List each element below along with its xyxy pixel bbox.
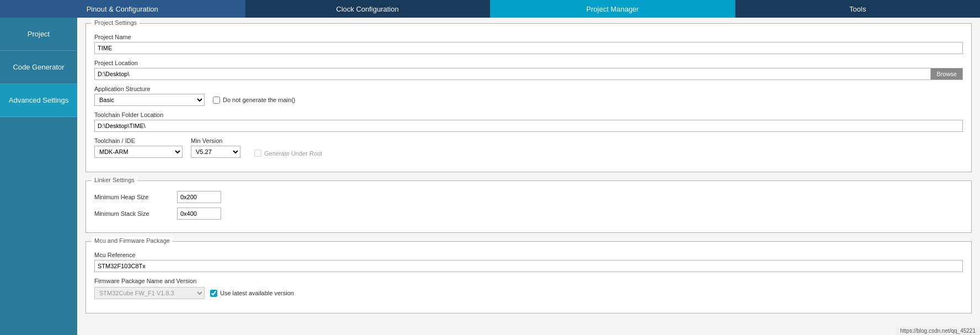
main-layout: Project Code Generator Advanced Settings… <box>0 18 980 335</box>
application-structure-select[interactable]: Basic Advanced <box>94 94 205 106</box>
toolchain-ide-controls: Toolchain / IDE MDK-ARM STM32CubeIDE Mak… <box>94 137 963 158</box>
do-not-generate-main-label[interactable]: Do not generate the main() <box>213 97 295 104</box>
tab-project-manager[interactable]: Project Manager <box>490 0 736 18</box>
use-latest-label[interactable]: Use latest available version <box>210 290 294 297</box>
application-structure-row: Application Structure Basic Advanced Do … <box>94 86 963 106</box>
tab-clock[interactable]: Clock Configuration <box>245 0 491 18</box>
do-not-generate-main-text: Do not generate the main() <box>223 97 295 103</box>
min-heap-input[interactable] <box>177 191 221 203</box>
mcu-firmware-group: Mcu and Firmware Package Mcu Reference F… <box>85 241 972 313</box>
min-stack-row: Minimum Stack Size <box>94 208 963 220</box>
min-version-select[interactable]: V5.27 V5.36 V5.38 <box>191 146 240 158</box>
top-nav: Pinout & Configuration Clock Configurati… <box>0 0 980 18</box>
toolchain-folder-input[interactable] <box>94 120 963 132</box>
toolchain-ide-row: Toolchain / IDE MDK-ARM STM32CubeIDE Mak… <box>94 137 963 158</box>
firmware-package-label: Firmware Package Name and Version <box>94 278 963 284</box>
sidebar-item-advanced-settings[interactable]: Advanced Settings <box>0 84 77 117</box>
status-bar: https://blog.csdn.net/qq_45221 <box>896 327 980 335</box>
toolchain-ide-label: Toolchain / IDE <box>94 137 183 144</box>
min-stack-input[interactable] <box>177 208 221 220</box>
app-structure-controls: Basic Advanced Do not generate the main(… <box>94 94 963 106</box>
project-location-row: Project Location Browse <box>94 60 963 80</box>
min-heap-label: Minimum Heap Size <box>94 194 172 200</box>
firmware-controls: STM32Cube FW_F1 V1.8.3 Use latest availa… <box>94 287 963 299</box>
sidebar: Project Code Generator Advanced Settings <box>0 18 77 335</box>
min-version-label: Min Version <box>191 137 240 144</box>
use-latest-checkbox[interactable] <box>210 290 217 297</box>
project-location-browse-row: Browse <box>94 68 963 80</box>
generate-under-root-label: Generate Under Root <box>254 150 322 158</box>
firmware-package-select[interactable]: STM32Cube FW_F1 V1.8.3 <box>94 287 205 299</box>
tab-pinout[interactable]: Pinout & Configuration <box>0 0 245 18</box>
sidebar-item-code-generator[interactable]: Code Generator <box>0 51 77 84</box>
generate-under-root-text: Generate Under Root <box>264 150 322 157</box>
mcu-reference-label: Mcu Reference <box>94 252 963 258</box>
do-not-generate-main-checkbox[interactable] <box>213 97 220 104</box>
mcu-firmware-title: Mcu and Firmware Package <box>92 237 173 244</box>
use-latest-text: Use latest available version <box>220 290 294 296</box>
browse-button[interactable]: Browse <box>930 68 963 80</box>
toolchain-ide-col: Toolchain / IDE MDK-ARM STM32CubeIDE Mak… <box>94 137 183 158</box>
toolchain-ide-select[interactable]: MDK-ARM STM32CubeIDE Makefile <box>94 146 183 158</box>
application-structure-label: Application Structure <box>94 86 963 92</box>
project-name-label: Project Name <box>94 34 963 40</box>
mcu-reference-input[interactable] <box>94 260 963 272</box>
min-version-col: Min Version V5.27 V5.36 V5.38 <box>191 137 240 158</box>
project-location-label: Project Location <box>94 60 963 66</box>
linker-settings-title: Linker Settings <box>92 177 137 183</box>
min-stack-label: Minimum Stack Size <box>94 210 172 217</box>
tab-tools[interactable]: Tools <box>736 0 981 18</box>
project-name-input[interactable] <box>94 42 963 54</box>
mcu-reference-row: Mcu Reference <box>94 252 963 272</box>
sidebar-item-project[interactable]: Project <box>0 18 77 51</box>
project-name-row: Project Name <box>94 34 963 54</box>
generate-under-root-checkbox <box>254 150 261 157</box>
project-settings-group: Project Settings Project Name Project Lo… <box>85 23 972 172</box>
toolchain-folder-label: Toolchain Folder Location <box>94 111 963 118</box>
linker-settings-group: Linker Settings Minimum Heap Size Minimu… <box>85 180 972 233</box>
project-settings-title: Project Settings <box>92 19 140 26</box>
toolchain-folder-row: Toolchain Folder Location <box>94 111 963 132</box>
project-location-input[interactable] <box>94 68 930 80</box>
firmware-package-row: Firmware Package Name and Version STM32C… <box>94 278 963 299</box>
content-area: Project Settings Project Name Project Lo… <box>77 18 980 335</box>
min-heap-row: Minimum Heap Size <box>94 191 963 203</box>
